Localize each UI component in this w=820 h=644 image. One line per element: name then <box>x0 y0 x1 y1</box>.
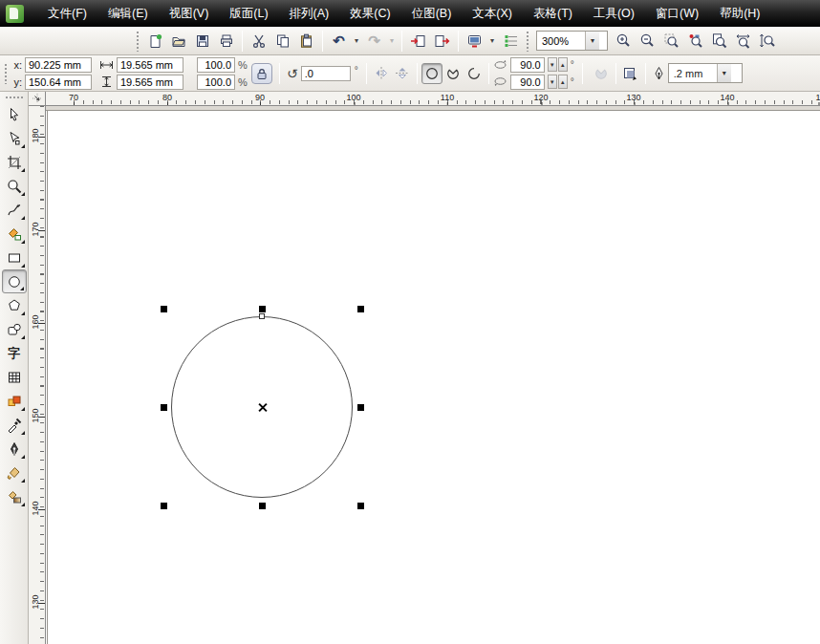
menu-effects[interactable]: 效果(C) <box>339 0 400 27</box>
ellipse-mode-button[interactable] <box>421 63 442 84</box>
pie-mode-button[interactable] <box>442 63 464 84</box>
menu-text[interactable]: 文本(X) <box>462 0 523 27</box>
selection-handle-bottom-left[interactable] <box>161 503 167 509</box>
propbar-separator <box>582 63 583 84</box>
zoom-tool[interactable] <box>2 174 27 198</box>
y-position-input[interactable] <box>25 75 92 90</box>
percent-label: % <box>238 59 248 71</box>
selection-handle-top-left[interactable] <box>161 306 167 312</box>
options-button[interactable] <box>498 30 522 53</box>
vertical-ruler[interactable]: 180 170 160 150 140 130 <box>29 106 46 644</box>
paste-button[interactable] <box>294 30 318 53</box>
x-position-input[interactable] <box>25 57 92 73</box>
rectangle-tool[interactable] <box>2 246 27 269</box>
toolbox-grip[interactable] <box>5 95 24 100</box>
outline-width-dropdown[interactable]: ▾ <box>717 64 731 82</box>
drawing-canvas[interactable] <box>46 106 820 644</box>
basic-shapes-tool[interactable] <box>2 317 27 341</box>
ruler-label: 70 <box>69 93 78 102</box>
undo-dropdown[interactable]: ▾ <box>351 30 362 53</box>
zoom-to-all-objects-button[interactable] <box>683 30 707 53</box>
fill-tool[interactable] <box>2 461 27 484</box>
zoom-level-combo[interactable]: 300% ▾ <box>536 31 608 51</box>
undo-button[interactable]: ↶ <box>327 30 351 53</box>
ruler-label: 170 <box>31 221 40 238</box>
end-angle-down-button[interactable]: ▼ <box>548 75 557 89</box>
import-button[interactable] <box>406 30 430 53</box>
selection-handle-bottom-right[interactable] <box>357 503 364 509</box>
toolbar-grip[interactable] <box>135 31 140 52</box>
lock-ratio-button[interactable] <box>251 63 272 84</box>
ellipse-tool[interactable] <box>2 269 27 293</box>
interactive-fill-tool[interactable] <box>2 484 27 508</box>
page-left-edge <box>47 111 48 644</box>
table-tool[interactable] <box>2 365 27 389</box>
ruler-origin[interactable] <box>29 92 46 106</box>
outline-width-combo[interactable]: .2 mm ▾ <box>668 63 743 83</box>
zoom-out-button[interactable] <box>636 30 659 53</box>
text-tool[interactable]: 字 <box>2 341 27 365</box>
text-wrap-button[interactable] <box>620 63 641 84</box>
pick-tool[interactable] <box>2 102 27 126</box>
start-angle-down-button[interactable]: ▼ <box>548 57 557 72</box>
selection-handle-bottom-center[interactable] <box>259 503 266 509</box>
menu-bitmaps[interactable]: 位图(B) <box>401 0 463 27</box>
selection-handle-middle-right[interactable] <box>357 404 364 411</box>
redo-dropdown[interactable]: ▾ <box>386 30 398 53</box>
zoom-to-page-height-button[interactable] <box>755 30 779 53</box>
arc-mode-button[interactable] <box>464 63 485 84</box>
rotation-angle-input[interactable] <box>301 66 351 81</box>
end-angle-input[interactable] <box>510 75 545 90</box>
menu-view[interactable]: 视图(V) <box>159 0 220 27</box>
print-button[interactable] <box>214 30 238 53</box>
new-document-button[interactable] <box>142 30 166 53</box>
zoom-to-selection-button[interactable] <box>659 30 683 53</box>
toolbar-grip[interactable] <box>525 31 529 52</box>
zoom-combo-dropdown[interactable]: ▾ <box>585 32 599 50</box>
eyedropper-tool[interactable] <box>2 413 27 437</box>
outline-pen-tool[interactable] <box>2 437 27 461</box>
app-logo-icon[interactable] <box>6 5 24 23</box>
polygon-tool[interactable] <box>2 293 27 317</box>
mirror-horizontal-button[interactable] <box>371 63 392 84</box>
save-button[interactable] <box>190 30 214 53</box>
export-button[interactable] <box>430 30 454 53</box>
start-angle-input[interactable] <box>510 57 545 73</box>
zoom-to-page-width-button[interactable] <box>731 30 755 53</box>
cut-button[interactable] <box>247 30 270 53</box>
launcher-dropdown[interactable]: ▾ <box>486 30 498 53</box>
ellipse-node[interactable] <box>259 313 265 319</box>
menu-help[interactable]: 帮助(H) <box>709 0 770 27</box>
object-width-input[interactable] <box>117 57 183 73</box>
start-angle-up-button[interactable]: ▲ <box>558 57 568 72</box>
menu-tools[interactable]: 工具(O) <box>583 0 645 27</box>
redo-button[interactable]: ↷ <box>362 30 386 53</box>
menu-table[interactable]: 表格(T) <box>523 0 583 27</box>
smart-fill-tool[interactable] <box>2 222 27 246</box>
menu-window[interactable]: 窗口(W) <box>645 0 709 27</box>
menu-file[interactable]: 文件(F) <box>37 0 97 27</box>
copy-button[interactable] <box>270 30 294 53</box>
open-button[interactable] <box>166 30 190 53</box>
zoom-in-button[interactable] <box>612 30 636 53</box>
scale-v-input[interactable] <box>197 75 235 90</box>
menu-layout[interactable]: 版面(L) <box>219 0 278 27</box>
selection-handle-top-right[interactable] <box>357 306 364 312</box>
scale-h-input[interactable] <box>197 57 235 73</box>
menu-edit[interactable]: 编辑(E) <box>97 0 159 27</box>
crop-tool[interactable] <box>2 150 27 174</box>
mirror-vertical-button[interactable] <box>392 63 413 84</box>
application-launcher-button[interactable] <box>463 30 486 53</box>
ruler-label: 1 <box>815 93 820 102</box>
end-angle-up-button[interactable]: ▲ <box>558 75 568 89</box>
zoom-to-page-button[interactable] <box>707 30 731 53</box>
menu-arrange[interactable]: 排列(A) <box>279 0 340 27</box>
horizontal-ruler[interactable]: 70 80 90 100 110 120 130 140 1 <box>46 92 820 106</box>
blend-tool[interactable] <box>2 389 27 413</box>
shape-tool[interactable] <box>2 126 27 150</box>
object-height-input[interactable] <box>117 75 183 90</box>
selection-handle-top-center[interactable] <box>259 306 266 312</box>
selection-handle-middle-left[interactable] <box>161 404 167 411</box>
freehand-tool[interactable] <box>2 198 27 222</box>
propbar-grip[interactable] <box>3 63 8 84</box>
